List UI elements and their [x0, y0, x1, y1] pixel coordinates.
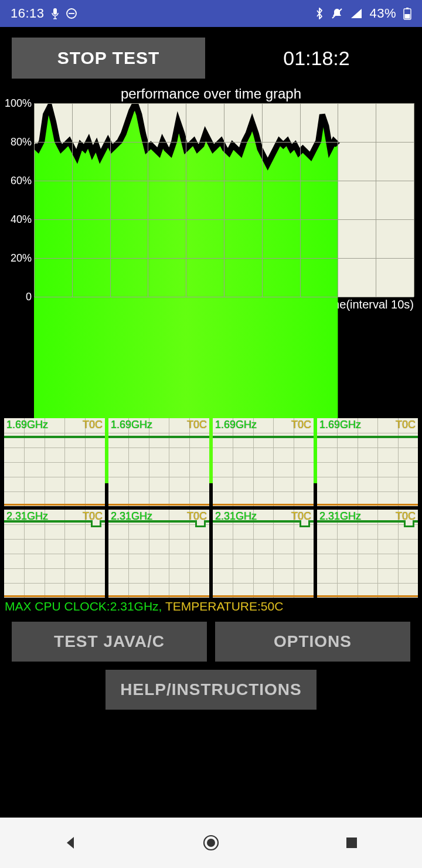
test-java-c-button[interactable]: TEST JAVA/C — [12, 622, 207, 662]
options-button[interactable]: OPTIONS — [215, 622, 410, 662]
y-axis-tick: 60% — [11, 175, 34, 187]
core-clock: 2.31GHz — [6, 510, 48, 523]
svg-point-8 — [207, 839, 215, 847]
recent-apps-button[interactable] — [334, 825, 369, 860]
elapsed-timer: 01:18:2 — [223, 47, 410, 70]
y-axis-tick: 100% — [5, 97, 34, 110]
do-not-disturb-icon — [66, 8, 77, 19]
bluetooth-icon — [315, 7, 324, 20]
cpu-summary: MAX CPU CLOCK:2.31GHz, TEMPERATURE:50C — [0, 599, 422, 613]
back-button[interactable] — [53, 825, 88, 860]
cpu-core-3: 1.69GHzT0C — [317, 418, 418, 506]
core-clock: 2.31GHz — [215, 510, 257, 523]
clock-text: 16:13 — [11, 6, 45, 21]
home-button[interactable] — [193, 825, 229, 860]
core-temp: T0C — [83, 419, 103, 431]
status-bar: 16:13 43% — [0, 0, 422, 27]
core-clock: 2.31GHz — [319, 510, 361, 523]
core-clock: 2.31GHz — [111, 510, 152, 523]
svg-rect-6 — [405, 14, 410, 19]
cpu-core-5: 2.31GHzT0C — [108, 510, 209, 598]
core-clock: 1.69GHz — [215, 419, 257, 431]
y-axis-tick: 0 — [26, 291, 34, 303]
mic-icon — [50, 8, 60, 19]
core-temp: T0C — [83, 510, 103, 523]
app-content: STOP TEST 01:18:2 performance over time … — [0, 27, 422, 818]
y-axis-tick: 40% — [11, 213, 34, 226]
y-axis-tick: 80% — [11, 136, 34, 148]
core-temp: T0C — [187, 419, 207, 431]
cpu-core-4: 2.31GHzT0C — [4, 510, 105, 598]
battery-pct-text: 43% — [369, 6, 396, 21]
svg-rect-0 — [53, 8, 57, 15]
max-clock-text: MAX CPU CLOCK:2.31GHz, — [5, 599, 162, 613]
y-axis-tick: 20% — [11, 252, 34, 265]
help-instructions-button[interactable]: HELP/INSTRUCTIONS — [106, 670, 316, 710]
core-temp: T0C — [396, 419, 416, 431]
perf-chart-title: performance over time graph — [0, 86, 422, 102]
battery-icon — [403, 7, 411, 20]
cpu-core-0: 1.69GHzT0C — [4, 418, 105, 506]
mute-icon — [331, 7, 343, 20]
svg-rect-5 — [406, 8, 409, 9]
core-temp: T0C — [291, 510, 311, 523]
cpu-core-6: 2.31GHzT0C — [213, 510, 314, 598]
performance-chart: 100%80%60%40%20%0 — [34, 103, 414, 297]
core-clock: 1.69GHz — [6, 419, 48, 431]
cpu-core-2: 1.69GHzT0C — [213, 418, 314, 506]
cpu-core-1: 1.69GHzT0C — [108, 418, 209, 506]
system-navigation-bar — [0, 818, 422, 868]
temperature-text: TEMPERATURE:50C — [165, 599, 283, 613]
signal-icon — [350, 8, 362, 19]
stop-test-button[interactable]: STOP TEST — [12, 38, 205, 79]
core-temp: T0C — [187, 510, 207, 523]
svg-rect-9 — [346, 838, 357, 848]
core-clock: 1.69GHz — [319, 419, 361, 431]
cpu-core-7: 2.31GHzT0C — [317, 510, 418, 598]
core-temp: T0C — [291, 419, 311, 431]
core-temp: T0C — [396, 510, 416, 523]
core-clock: 1.69GHz — [111, 419, 152, 431]
